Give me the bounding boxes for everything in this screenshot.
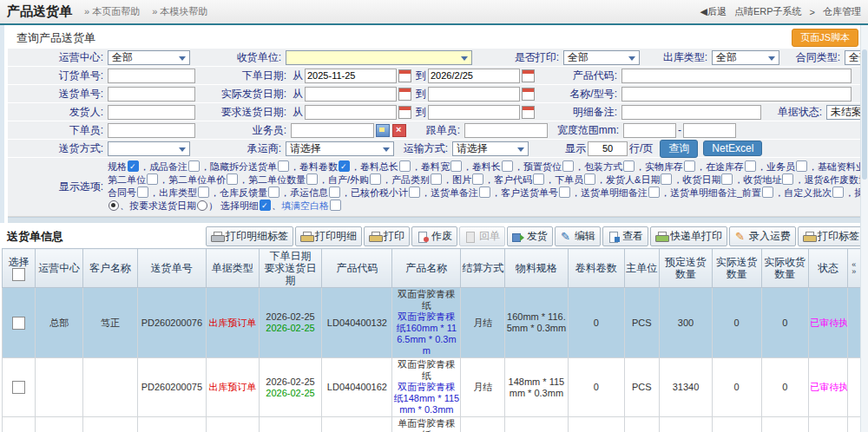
toolbar-button-1[interactable]: 打印明细标签 [206,226,293,246]
option-checkbox-规格[interactable] [128,160,139,172]
option-checkbox-第二单位单价[interactable] [227,173,238,185]
option-checkbox-在途库存[interactable] [745,160,756,172]
salesman-input[interactable] [291,123,374,138]
carrier-select[interactable]: 请选择 [286,141,394,156]
option-checkbox-第二单位数量[interactable] [306,173,318,185]
name-model-input[interactable] [621,87,852,101]
toolbar-button-11[interactable]: 打印标签 [798,226,865,246]
toolbar-button-8[interactable]: 查看 [602,226,648,246]
calendar-icon[interactable] [398,106,411,119]
toolbar-button-10[interactable]: 录入运费 [729,226,796,246]
option-checkbox-卷料宽[interactable] [450,160,462,172]
calendar-icon[interactable] [522,106,535,119]
detail-note-input[interactable] [621,105,761,120]
option-checkbox-已核价税小计[interactable] [409,187,420,198]
select-detail-checkbox[interactable] [260,200,271,211]
option-checkbox-成品备注[interactable] [188,160,200,172]
back-button[interactable]: ◀后退 [700,5,726,18]
option-checkbox-自定义批次[interactable] [832,187,844,198]
toolbar-button-4[interactable]: 作废 [411,226,457,246]
page-js-script-button[interactable]: 页面JS脚本 [792,29,858,47]
column-header-expand[interactable]: «» [847,249,860,288]
calendar-icon[interactable] [398,69,411,82]
page-scrollbar[interactable] [860,25,868,432]
option-checkbox-送货单备注[interactable] [479,187,490,198]
option-checkbox-图片[interactable] [472,173,483,185]
option-checkbox-承运信息[interactable] [329,187,340,198]
operation-center-select[interactable]: 全部 [108,50,190,65]
printed-select[interactable]: 全部 [563,50,640,65]
outbound-type-select[interactable]: 全部 [712,50,779,65]
toolbar-button-7[interactable]: 编辑 [555,226,601,246]
calendar-icon[interactable] [522,69,535,82]
sort-by-order-date-radio[interactable] [108,200,119,211]
row-select-checkbox[interactable] [12,381,25,394]
breadcrumb-separator: > [810,7,815,17]
order-date-from-input[interactable] [305,69,397,83]
product-name-link[interactable]: 双面背胶青稞纸160mm * 116.5mm * 0.3mm [393,311,459,357]
option-checkbox-卷料总长[interactable] [399,160,411,172]
toolbar-button-9[interactable]: 快递单打印 [650,226,727,246]
page-size-input[interactable] [588,141,628,156]
search-button[interactable]: 查询 [660,140,698,158]
receiver-select[interactable] [286,50,472,65]
option-checkbox-产品类别[interactable] [431,173,442,185]
option-checkbox-发货人&日期[interactable] [661,173,672,185]
fill-blank-checkbox[interactable] [330,200,341,211]
row-select-checkbox[interactable] [12,317,25,330]
transport-select[interactable]: 请选择 [452,141,529,156]
option-checkbox-客户代码[interactable] [533,173,544,185]
option-checkbox-隐藏拆分送货单[interactable] [278,160,289,172]
scrollbar-thumb[interactable] [862,49,867,180]
option-checkbox-预置货位[interactable] [562,160,574,172]
option-checkbox-客户送货单号[interactable] [559,187,570,198]
module-help-link[interactable]: » 本模块帮助 [152,5,207,18]
per-page-label: 行/页 [628,141,654,156]
calendar-icon[interactable] [398,88,411,101]
expand-icon[interactable]: » [848,268,860,275]
sort-by-required-date-radio[interactable] [197,200,207,211]
delivery-method-select[interactable] [108,141,190,156]
salesman-picker-icon[interactable] [376,124,390,137]
breadcrumb-module[interactable]: 仓库管理 [823,5,861,18]
shipper-input[interactable] [108,105,195,120]
required-date-from-input[interactable] [305,105,397,120]
calendar-icon[interactable] [522,88,535,101]
toolbar-button-2[interactable]: 打印明细 [295,226,362,246]
toolbar-button-6[interactable]: 发货 [507,226,553,246]
order-clerk-input[interactable] [108,123,195,138]
breadcrumb-system[interactable]: 点睛ERP子系统 [734,5,802,18]
option-checkbox-业务员[interactable] [796,160,807,172]
option-checkbox-包装方式[interactable] [623,160,635,172]
option-checkbox-下单员[interactable] [584,173,595,185]
width-to-input[interactable] [683,123,736,138]
option-checkbox-自产/外购[interactable] [370,173,381,185]
page-help-link[interactable]: » 本页面帮助 [84,5,140,18]
product-name-link[interactable]: 双面背胶青稞纸148mm * 115mm * 0.3mm [393,382,459,416]
netexcel-button[interactable]: NetExcel [703,141,762,156]
actual-date-from-input[interactable] [305,87,397,101]
select-all-checkbox[interactable] [12,268,25,281]
tracker-input[interactable] [464,123,548,138]
width-from-input[interactable] [623,123,676,138]
option-checkbox-收货日期[interactable] [721,173,733,185]
option-checkbox-实物库存[interactable] [684,160,695,172]
option-checkbox-卷料卷数[interactable] [339,160,350,172]
product-code-input[interactable] [621,69,852,83]
option-checkbox-送货单明细备注_前置[interactable] [762,187,773,198]
option-checkbox-出库类型[interactable] [198,187,209,198]
option-checkbox-第二单位[interactable] [147,173,158,185]
delivery-no-input[interactable] [108,87,195,101]
salesman-clear-icon[interactable] [392,124,406,137]
option-checkbox-仓库反馈量[interactable] [268,187,279,198]
actual-date-to-input[interactable] [428,87,520,101]
option-checkbox-送货单明细备注[interactable] [648,187,660,198]
option-checkbox-卷料长[interactable] [502,160,513,172]
toolbar-button-3[interactable]: 打印 [364,226,410,246]
required-date-to-input[interactable] [428,105,520,120]
option-checkbox-收货地址[interactable] [782,173,793,185]
option-label: 送货单明细备注_前置 [670,187,761,198]
order-no-input[interactable] [108,69,195,83]
order-date-to-input[interactable] [428,69,520,83]
option-checkbox-合同号[interactable] [137,187,148,198]
